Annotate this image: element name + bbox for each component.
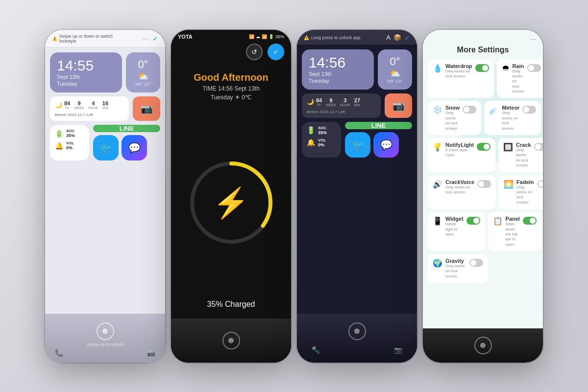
stats-camera-row: 🌙 84 TF 9 WEEK 4 — [50, 96, 160, 121]
p3-stat-week-lbl: WEEK — [326, 103, 336, 107]
battery-pct-text: 35% — [275, 34, 284, 39]
phone4-bottom: ☻ — [423, 328, 543, 363]
p3-vol-label: VOL — [318, 138, 326, 142]
widget-toggle[interactable] — [466, 217, 480, 225]
crackvoice-toggle[interactable] — [477, 180, 491, 188]
phone4-topbar: — — [423, 30, 543, 46]
p3-time-display: 14:56 — [309, 55, 367, 70]
p3-stat-min-val: 27 — [354, 97, 361, 103]
p3-vol-row: 🔔 VOL 0% — [307, 138, 336, 147]
greeting-text: Good Afternoon — [171, 72, 291, 83]
stat-min-lbl: MIN — [102, 106, 109, 110]
stats-date: Before 2022-12-7 Left — [55, 113, 124, 117]
gravity-toggle[interactable] — [469, 259, 483, 267]
notifylight-sub: 5 Color style Cyan — [445, 148, 474, 158]
p3-app-widgets-row: 🔋 SOC 35% 🔔 VOL 0% — [302, 122, 412, 158]
app-widgets-row: 🔋 SOC 35% 🔔 VOL 0% — [50, 125, 160, 161]
gravity-name: Gravity — [445, 258, 466, 264]
phone1-warning: ⚠️ Swipe up or down to switch lockstyle — [52, 34, 130, 45]
settings-title: More Settings — [423, 46, 543, 59]
phone-2: YOTA 📶 ☁ 📶 🔋 35% ↺ ✓ Good Afternoon TIME… — [171, 30, 291, 363]
p3-twitter-widget[interactable]: 🐦 — [345, 132, 370, 158]
line-app-widget[interactable]: LINE — [93, 125, 160, 132]
messenger-widget[interactable]: 💬 — [122, 135, 147, 161]
fadein-sub: Only works on lock screen — [516, 185, 534, 206]
twitter-widget[interactable]: 🐦 — [93, 135, 119, 161]
weather-widget: 0° ⛅ H0° L0° — [126, 52, 160, 92]
rain-toggle[interactable] — [527, 64, 541, 72]
p3-stat-week: 9 WEEK — [326, 97, 336, 107]
p3-stat-min: 27 MIN — [354, 97, 361, 107]
p3-day-display: Tuesday — [309, 78, 367, 84]
p3-messenger-widget[interactable]: 💬 — [373, 132, 399, 158]
camera-widget[interactable]: 📷 — [133, 96, 160, 121]
p3-stat-hour-val: 3 — [340, 97, 350, 103]
crack-toggle[interactable] — [534, 143, 543, 151]
notifylight-toggle[interactable] — [477, 143, 490, 151]
p3-stat-week-val: 9 — [326, 97, 336, 103]
confirm-button[interactable]: ✓ — [268, 44, 284, 60]
p3-temp-display: 0° — [390, 55, 400, 68]
p3-bottom-icons: 🔦 📷 — [297, 346, 417, 354]
panel-toggle[interactable] — [523, 217, 537, 225]
p3-line-widget[interactable]: LINE — [345, 122, 412, 129]
p3-stat-min-lbl: MIN — [354, 103, 361, 107]
phone-icon[interactable]: 📞 — [55, 349, 63, 357]
p3-stat-tf: 84 TF — [316, 97, 322, 107]
crack-info: Crack Only works on lock screen — [516, 142, 531, 168]
warning-icon-p3: ⚠️ — [304, 35, 309, 40]
fadein-toggle[interactable] — [537, 180, 543, 188]
snow-sub: Only works on lock screen — [445, 111, 460, 131]
phone3-bottom: ☻ 🔦 📷 — [297, 314, 417, 363]
flashlight-icon[interactable]: 🔦 — [312, 346, 320, 354]
p3-time-weather-row: 14:56 Sept 13th Tuesday 0° ⛅ H0° L0° — [302, 49, 412, 90]
warning-text-p3: Long press to unlock app — [311, 35, 361, 40]
meteor-toggle[interactable] — [522, 106, 536, 114]
charged-text: 35% Charged — [171, 300, 291, 309]
camera-icon[interactable]: 📷 — [147, 349, 155, 357]
setting-widget: 📱 Widget Swipe right to open — [428, 212, 485, 251]
signal-icon: 📶 — [249, 34, 254, 39]
phone2-bottom: ☻ — [171, 319, 291, 363]
waterdrop-toggle[interactable] — [475, 64, 489, 72]
widget-sub: Swipe right to open — [445, 222, 464, 237]
refresh-button[interactable]: ↺ — [246, 44, 263, 60]
fingerprint-icon[interactable]: ☻ — [97, 323, 114, 340]
phone1-topbar: ⚠️ Swipe up or down to switch lockstyle … — [45, 30, 165, 48]
panel-sub: Slide down the top bar to open — [506, 222, 520, 247]
battery-circle: ⚡ — [187, 159, 275, 247]
phone-4: — More Settings 💧 Waterdrop Only works o… — [423, 30, 543, 363]
snow-toggle[interactable] — [463, 106, 476, 114]
notifylight-info: NotifyLight 5 Color style Cyan — [445, 142, 474, 158]
notifylight-icon: 💡 — [433, 142, 442, 152]
meteor-icon: ☄️ — [489, 105, 499, 115]
fingerprint-icon-p2[interactable]: ☻ — [222, 332, 240, 349]
fingerprint-icon-p3[interactable]: ☻ — [348, 323, 366, 340]
check-icon-p3: ✓ — [404, 34, 410, 42]
phone-1: ⚠️ Swipe up or down to switch lockstyle … — [45, 30, 165, 363]
fingerprint-icon-p4[interactable]: ☻ — [474, 337, 492, 354]
p4-minus-icon: — — [530, 36, 536, 43]
fadein-name: Fadein — [516, 179, 534, 185]
p3-soc-vol-widget: 🔋 SOC 35% 🔔 VOL 0% — [302, 122, 341, 158]
p3-stats-camera-row: 🌙 84 TF 9 WEEK 3 — [302, 93, 412, 118]
stat-week: 9 WEEK — [74, 100, 84, 110]
stat-tf-val: 84 — [64, 100, 70, 106]
p3-camera-widget[interactable]: 📷 — [385, 93, 412, 118]
bottom-icons: 📞 📷 — [45, 349, 165, 357]
p3-stat-tf-lbl: TF — [316, 103, 322, 107]
day-display: Tuesday — [57, 81, 115, 87]
p3-battery-icon: 🔋 — [307, 126, 315, 134]
panel-name: Panel — [506, 216, 520, 222]
p3-stat-hour: 3 HOUR — [340, 97, 350, 107]
warning-icon: ⚠️ — [52, 36, 57, 42]
gravity-icon: 🌍 — [433, 258, 442, 268]
check-icon: ✓ — [152, 35, 158, 43]
gravity-sub: Only works on lock screen — [445, 264, 466, 279]
phone3-topbar: ⚠️ Long press to unlock app A 📦 ✓ — [297, 30, 417, 45]
camera-icon-p3[interactable]: 📷 — [394, 346, 402, 354]
phone3-content: 14:56 Sept 13th Tuesday 0° ⛅ H0° L0° 🌙 — [297, 45, 417, 314]
rain-sub: Only works on lock screen — [513, 69, 524, 94]
temp-display: 0° — [138, 58, 148, 71]
fadein-info: Fadein Only works on lock screen — [516, 179, 534, 206]
